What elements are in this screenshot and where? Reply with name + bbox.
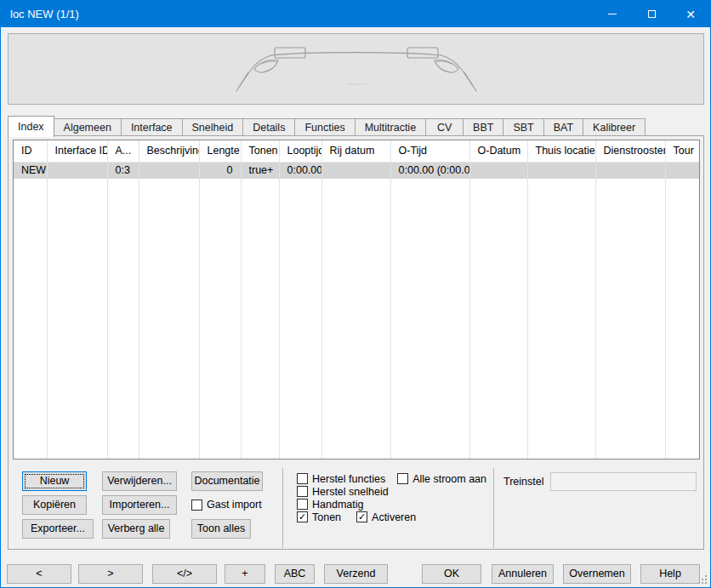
table-header-row: ID Interface ID A... Beschrijving Lengte… — [14, 140, 699, 162]
loc-table: ID Interface ID A... Beschrijving Lengte… — [13, 140, 700, 460]
titlebar-buttons: ✕ — [593, 1, 710, 27]
loco-image-panel — [8, 33, 704, 105]
cell-interface-id — [47, 162, 107, 179]
column-header-lengte[interactable]: Lengte — [199, 140, 241, 162]
tab-multitractie[interactable]: Multitractie — [356, 118, 426, 136]
divider — [493, 468, 494, 548]
tab-interface[interactable]: Interface — [122, 118, 183, 136]
cell-o-tijd: 0:00.00 (0:00.00) — [390, 162, 469, 179]
column-header-o-datum[interactable]: O-Datum — [469, 140, 527, 162]
tab-algemeen[interactable]: Algemeen — [54, 118, 122, 136]
close-button[interactable]: ✕ — [671, 1, 710, 27]
exporteer-button[interactable]: Exporteer... — [22, 519, 94, 539]
column-header-dienstrooster[interactable]: Dienstrooster — [595, 140, 665, 162]
herstel-snelheid-checkbox[interactable]: Herstel snelheid — [297, 486, 389, 498]
column-header-tour[interactable]: Tour — [665, 140, 699, 162]
cell-lengte: 0 — [199, 162, 241, 179]
alle-stroom-aan-checkbox[interactable]: Alle stroom aan — [397, 473, 486, 485]
checkbox-mark — [297, 486, 308, 497]
tab-index[interactable]: Index — [8, 116, 54, 137]
verwijderen-button[interactable]: Verwijderen... — [102, 471, 177, 491]
tab-kalibreer[interactable]: Kalibreer — [583, 118, 646, 136]
locomotive-sketch-icon — [216, 35, 497, 103]
documentatie-button[interactable]: Documentatie — [191, 471, 263, 491]
notebook-tabs: Index Algemeen Interface Snelheid Detail… — [8, 115, 646, 136]
column-header-thuis-locatie[interactable]: Thuis locatie — [527, 140, 595, 162]
minimize-icon — [608, 14, 617, 14]
checkbox-mark: ✓ — [356, 511, 367, 522]
checkbox-mark — [397, 473, 408, 484]
next-button[interactable]: > — [78, 564, 143, 584]
annuleren-button[interactable]: Annuleren — [492, 564, 554, 584]
titlebar[interactable]: loc NEW (1/1) ✕ — [1, 1, 710, 27]
importeren-button[interactable]: Importeren... — [102, 495, 177, 515]
cell-dienstrooster — [595, 162, 665, 179]
tonen-checkbox[interactable]: ✓ Tonen — [297, 511, 341, 523]
ok-button[interactable]: OK — [422, 564, 481, 584]
divider — [282, 468, 283, 548]
plus-button[interactable]: + — [225, 564, 265, 584]
window-title: loc NEW (1/1) — [10, 8, 79, 20]
checkbox-mark — [297, 473, 308, 484]
column-header-id[interactable]: ID — [14, 140, 47, 162]
column-header-beschrijving[interactable]: Beschrijving — [139, 140, 199, 162]
index-tab-panel: ID Interface ID A... Beschrijving Lengte… — [8, 135, 704, 550]
treinstel-label: Treinstel — [503, 476, 543, 488]
tab-bat[interactable]: BAT — [544, 118, 583, 136]
handmatig-checkbox[interactable]: Handmatig — [297, 499, 363, 511]
gast-import-checkbox[interactable]: Gast import — [191, 499, 262, 511]
cell-o-datum — [469, 162, 527, 179]
code-view-button[interactable]: </> — [152, 564, 217, 584]
verberg-alle-button[interactable]: Verberg alle — [102, 519, 170, 539]
herstel-functies-checkbox[interactable]: Herstel functies — [297, 473, 385, 485]
column-header-rij-datum[interactable]: Rij datum — [321, 140, 390, 162]
column-header-interface-id[interactable]: Interface ID — [47, 140, 107, 162]
checkbox-mark — [297, 499, 308, 510]
checkbox-mark — [191, 500, 202, 511]
treinstel-input[interactable] — [550, 472, 697, 491]
checkbox-mark: ✓ — [297, 511, 308, 522]
overnemen-button[interactable]: Overnemen — [563, 564, 631, 584]
cell-thuis-locatie — [527, 162, 595, 179]
cell-rij-datum — [321, 162, 390, 179]
help-button[interactable]: Help — [640, 564, 700, 584]
column-header-adres[interactable]: A... — [107, 140, 139, 162]
cell-looptijd: 0:00.00 — [279, 162, 321, 179]
column-header-o-tijd[interactable]: O-Tijd — [390, 140, 469, 162]
prev-button[interactable]: < — [7, 564, 71, 584]
cell-tonen: true+ — [241, 162, 279, 179]
cell-beschrijving — [139, 162, 199, 179]
column-header-tonen[interactable]: Tonen — [241, 140, 279, 162]
maximize-button[interactable] — [632, 1, 671, 27]
verzend-button[interactable]: Verzend — [324, 564, 388, 584]
kopieren-button[interactable]: Kopiëren — [22, 495, 87, 515]
tab-functies[interactable]: Functies — [295, 118, 355, 136]
toon-alles-button[interactable]: Toon alles — [191, 519, 251, 539]
tab-cv[interactable]: CV — [426, 118, 464, 136]
table-empty-area — [14, 179, 699, 459]
loc-dialog-window: loc NEW (1/1) ✕ — [0, 0, 711, 588]
tab-snelheid[interactable]: Snelheid — [183, 118, 244, 136]
tab-bbt[interactable]: BBT — [464, 118, 503, 136]
abc-button[interactable]: ABC — [275, 564, 315, 584]
resize-grip[interactable] — [697, 574, 698, 575]
nieuw-button[interactable]: Nieuw — [22, 471, 87, 491]
cell-tour — [665, 162, 699, 179]
minimize-button[interactable] — [593, 1, 632, 27]
activeren-checkbox[interactable]: ✓ Activeren — [356, 511, 416, 523]
maximize-icon — [648, 10, 656, 18]
tab-sbt[interactable]: SBT — [503, 118, 543, 136]
cell-adres: 0:3 — [107, 162, 139, 179]
tab-details[interactable]: Details — [243, 118, 295, 136]
table-row-new[interactable]: NEW 0:3 0 true+ 0:00.00 0:00.00 (0:00.00… — [14, 162, 699, 179]
cell-id: NEW — [14, 162, 47, 179]
column-header-looptijd[interactable]: Looptijd — [279, 140, 321, 162]
